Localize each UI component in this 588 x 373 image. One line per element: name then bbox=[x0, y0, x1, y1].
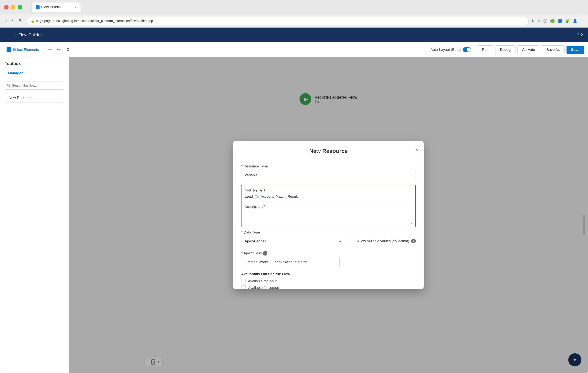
browser-titlebar: Flow Builder × + ⌄ bbox=[0, 0, 588, 14]
resource-type-group: * Resource Type Variable bbox=[241, 164, 416, 180]
apex-class-input[interactable] bbox=[241, 257, 340, 267]
avail-output-checkbox[interactable] bbox=[241, 285, 246, 289]
browser-dropdown-icon[interactable]: ⌄ bbox=[581, 5, 584, 9]
api-name-input[interactable] bbox=[245, 194, 412, 199]
data-type-row: * Data Type Apex-Defined bbox=[241, 230, 416, 246]
availability-title: Availability Outside the Flow bbox=[241, 272, 416, 276]
avail-output-label: Available for output bbox=[248, 286, 279, 289]
header-help-button[interactable]: ? ? bbox=[577, 32, 583, 38]
minimize-traffic-light[interactable] bbox=[11, 5, 15, 10]
flow-builder-icon: ≡ bbox=[14, 32, 16, 38]
data-type-label: * Data Type bbox=[241, 230, 344, 235]
redo-button[interactable]: ↪ bbox=[56, 46, 62, 53]
description-num: 2 bbox=[262, 204, 265, 209]
sidebar-search: 🔍 bbox=[5, 82, 64, 90]
tab-close-icon[interactable]: × bbox=[75, 5, 77, 9]
refresh-nav-button[interactable]: ↻ bbox=[18, 17, 24, 25]
search-icon: 🔍 bbox=[7, 84, 11, 88]
new-resource-modal: New Resource × * Resource Type Var bbox=[233, 141, 424, 289]
tab-favicon bbox=[36, 5, 40, 9]
api-desc-container: * API Name 1 Description 2 bbox=[241, 185, 416, 227]
modal-body: * Resource Type Variable * bbox=[233, 159, 424, 289]
search-input[interactable] bbox=[5, 82, 64, 90]
close-traffic-light[interactable] bbox=[4, 5, 9, 10]
description-section: Description 2 bbox=[242, 201, 415, 227]
undo-button[interactable]: ↩ bbox=[47, 46, 53, 53]
traffic-lights bbox=[4, 5, 22, 10]
data-type-select-wrapper: Apex-Defined bbox=[241, 236, 344, 246]
modal-title: New Resource bbox=[309, 148, 348, 154]
new-resource-button[interactable]: New Resource bbox=[5, 93, 64, 103]
app-header: ← ≡ Flow Builder ? ? bbox=[0, 28, 588, 42]
api-name-section: * API Name 1 bbox=[242, 185, 415, 201]
help-circle-icon[interactable]: ⓘ bbox=[543, 18, 547, 24]
address-text: page-page-5950.lightning.force.com/build… bbox=[36, 19, 153, 23]
browser-tab-active[interactable]: Flow Builder × bbox=[32, 2, 81, 12]
apex-class-info-icon[interactable]: i bbox=[263, 251, 267, 256]
extension1-icon[interactable]: 🟢 bbox=[550, 19, 555, 23]
canvas-area: ▶ Record-Triggered Flow Start − ⊡ + ✦ bbox=[69, 57, 588, 373]
debug-button[interactable]: Debug bbox=[495, 45, 515, 54]
toggle-circle bbox=[467, 48, 471, 52]
user-avatar-icon[interactable]: 👤 bbox=[573, 19, 578, 23]
toolbar-action-buttons: Run Debug Activate Save As Save bbox=[477, 45, 584, 54]
auto-layout-label: Auto-Layout (Beta) bbox=[430, 48, 461, 52]
browser-window: Flow Builder × + ⌄ ‹ › ↻ 🔒 page-page-595… bbox=[0, 0, 588, 373]
apex-class-label: * Apex Class i bbox=[241, 251, 416, 256]
extension3-icon[interactable]: 🧩 bbox=[565, 19, 570, 23]
save-as-button[interactable]: Save As bbox=[542, 45, 565, 54]
tab-title: Flow Builder bbox=[41, 5, 61, 9]
toolbar-left: Select Elements ↩ ↪ ⚙ bbox=[4, 46, 71, 54]
extension2-icon[interactable]: 🔵 bbox=[557, 19, 562, 23]
new-tab-button[interactable]: + bbox=[83, 5, 85, 10]
sidebar-tab-manager[interactable]: Manager bbox=[5, 69, 26, 78]
forward-nav-button[interactable]: › bbox=[11, 17, 15, 25]
avail-input-option: Available for input bbox=[241, 279, 416, 283]
sidebar-title: Toolbox bbox=[5, 61, 64, 66]
toolbar: Select Elements ↩ ↪ ⚙ Auto-Layout (Beta)… bbox=[0, 42, 588, 57]
app-title: Flow Builder bbox=[18, 32, 42, 38]
auto-layout-group: Auto-Layout (Beta) bbox=[430, 47, 471, 52]
select-elements-icon bbox=[7, 47, 11, 52]
collection-group: Allow multiple values (collection) i bbox=[351, 230, 416, 243]
address-icons: ⬇ ☆ ⓘ 🟢 🔵 🧩 👤 ⋮ bbox=[531, 18, 584, 24]
auto-layout-toggle[interactable] bbox=[463, 47, 471, 52]
download-icon[interactable]: ⬇ bbox=[531, 19, 535, 23]
avail-input-checkbox[interactable] bbox=[241, 279, 246, 283]
description-input[interactable] bbox=[245, 211, 412, 224]
apex-class-group: * Apex Class i bbox=[241, 251, 416, 267]
avail-input-label: Available for input bbox=[248, 279, 277, 283]
address-bar[interactable]: 🔒 page-page-5950.lightning.force.com/bui… bbox=[27, 17, 529, 25]
collection-info-icon[interactable]: i bbox=[411, 239, 416, 243]
select-elements-button[interactable]: Select Elements bbox=[4, 46, 42, 54]
avail-output-option: Available for output bbox=[241, 285, 416, 289]
maximize-traffic-light[interactable] bbox=[18, 5, 22, 10]
description-label: Description 2 bbox=[245, 204, 412, 209]
api-name-label: * API Name 1 bbox=[245, 188, 412, 193]
data-type-select[interactable]: Apex-Defined bbox=[241, 236, 344, 246]
sidebar-header: Toolbox Manager bbox=[0, 57, 69, 82]
collection-label: Allow multiple values (collection) bbox=[357, 239, 409, 243]
resource-type-select[interactable]: Variable bbox=[241, 170, 416, 180]
resource-type-label: * Resource Type bbox=[241, 164, 416, 168]
address-bar-row: ‹ › ↻ 🔒 page-page-5950.lightning.force.c… bbox=[0, 14, 588, 28]
bookmark-icon[interactable]: ☆ bbox=[537, 19, 541, 23]
data-type-group: * Data Type Apex-Defined bbox=[241, 230, 344, 246]
browser-tab-bar: Flow Builder × + bbox=[32, 2, 578, 12]
sidebar: Toolbox Manager 🔍 New Resource bbox=[0, 57, 69, 373]
main-content: Toolbox Manager 🔍 New Resource ▶ Record-… bbox=[0, 57, 588, 373]
availability-section: Availability Outside the Flow Available … bbox=[241, 272, 416, 289]
run-button[interactable]: Run bbox=[477, 45, 493, 54]
modal-header: New Resource × bbox=[233, 141, 424, 159]
collection-checkbox[interactable] bbox=[351, 239, 355, 243]
settings-button[interactable]: ⚙ bbox=[65, 46, 71, 53]
back-nav-button[interactable]: ‹ bbox=[4, 17, 8, 25]
sidebar-tabs: Manager bbox=[5, 69, 64, 78]
app-logo: ≡ Flow Builder bbox=[14, 32, 42, 38]
modal-close-button[interactable]: × bbox=[415, 146, 418, 153]
app-back-button[interactable]: ← bbox=[5, 32, 10, 38]
more-options-icon[interactable]: ⋮ bbox=[580, 19, 584, 23]
save-button[interactable]: Save bbox=[567, 46, 584, 54]
api-name-num: 1 bbox=[263, 188, 266, 193]
activate-button[interactable]: Activate bbox=[517, 45, 540, 54]
